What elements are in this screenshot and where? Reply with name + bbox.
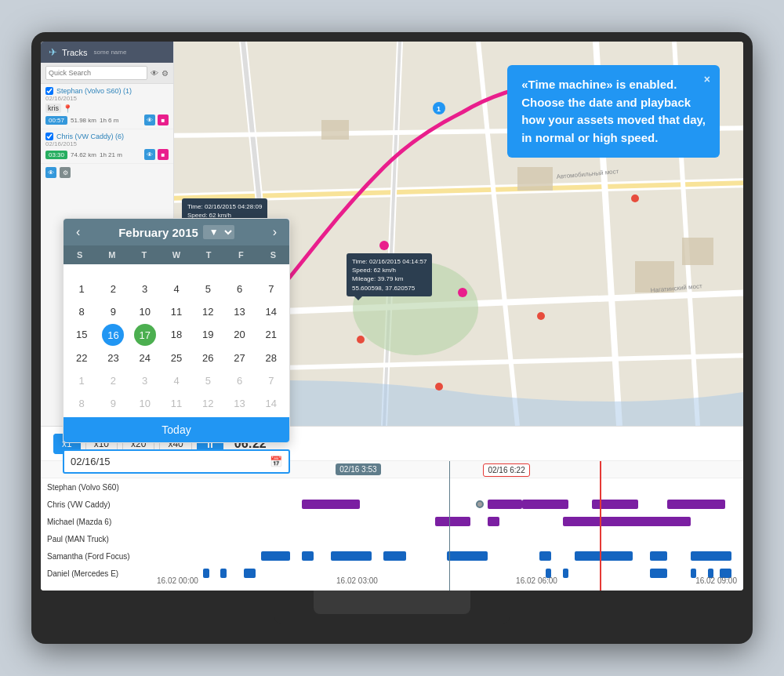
quick-search-input[interactable] (45, 66, 147, 80)
cal-day-om-2[interactable]: 2 (98, 370, 128, 391)
eye-icon[interactable]: 👁 (151, 69, 158, 78)
cal-day-19[interactable]: 19 (193, 324, 223, 346)
calendar-dropdown[interactable]: ▼ (203, 225, 234, 239)
cal-cell[interactable] (98, 267, 128, 277)
track-name-2: Chris (VW Caddy) (6) (56, 133, 124, 140)
red-vertical-line (600, 461, 601, 591)
eye-icon-2[interactable]: 👁 (144, 149, 155, 160)
cal-day-om-1[interactable]: 1 (67, 370, 96, 391)
cal-day-20[interactable]: 20 (224, 324, 254, 346)
cal-day-10[interactable]: 10 (130, 301, 160, 322)
cal-day-14[interactable]: 14 (256, 301, 286, 322)
calendar-header: ‹ February 2015 ▼ › (64, 219, 289, 245)
tracks-icon: ✈ (49, 46, 57, 58)
svg-rect-25 (321, 120, 349, 140)
today-button[interactable]: Today (64, 417, 289, 442)
cal-cell[interactable] (256, 267, 286, 277)
cal-day-1[interactable]: 1 (67, 278, 96, 300)
cal-day-6[interactable]: 6 (224, 278, 254, 300)
info-bubble: × «Time machine» is enabled.Choose the d… (507, 65, 720, 158)
calendar-days-header: S M T W T F S (64, 245, 289, 264)
cal-day-5[interactable]: 5 (193, 278, 223, 300)
svg-rect-26 (517, 167, 553, 191)
time-label-1: 16.02 03:00 (336, 576, 378, 585)
cal-day-21[interactable]: 21 (256, 324, 286, 346)
cal-day-28[interactable]: 28 (256, 347, 286, 369)
track-checkbox-1[interactable]: Stephan (Volvo S60) (1) (45, 87, 132, 95)
settings-icon-2[interactable]: ⚙ (60, 167, 71, 178)
cal-day-om-10[interactable]: 10 (130, 393, 160, 414)
cal-day-27[interactable]: 27 (224, 347, 254, 369)
cal-cell[interactable] (67, 267, 96, 277)
cal-day-om-12[interactable]: 12 (193, 393, 223, 414)
svg-text:1: 1 (437, 105, 441, 113)
track-bars-2 (157, 516, 737, 527)
color-icon-1[interactable]: ■ (158, 114, 169, 125)
next-month-button[interactable]: › (270, 225, 280, 239)
track-row-1: Chris (VW Caddy) (41, 496, 743, 513)
track-label-0: Stephan (Volvo S60) (47, 483, 157, 492)
cal-day-om-6[interactable]: 6 (224, 370, 254, 391)
cal-day-24[interactable]: 24 (130, 347, 160, 369)
grey-vertical-line (449, 461, 450, 591)
monitor: Автомобильный мост Нагатинский мост 1 Ti… (31, 32, 753, 644)
eye-icon-1[interactable]: 👁 (144, 114, 155, 125)
cal-day-23[interactable]: 23 (98, 347, 128, 369)
cal-cell[interactable] (224, 267, 254, 277)
cal-day-15[interactable]: 15 (67, 324, 96, 346)
track-checkbox-2[interactable]: Chris (VW Caddy) (6) (45, 133, 124, 140)
cal-day-om-9[interactable]: 9 (98, 393, 128, 414)
cal-day-18[interactable]: 18 (162, 324, 191, 346)
track-name-1: Stephan (Volvo S60) (1) (56, 87, 132, 95)
cal-day-2[interactable]: 2 (98, 278, 128, 300)
date-input[interactable] (71, 456, 270, 467)
cal-day-om-13[interactable]: 13 (224, 393, 254, 414)
cal-day-3[interactable]: 3 (130, 278, 160, 300)
track-bars-4 (157, 551, 737, 562)
cal-day-9[interactable]: 9 (98, 301, 128, 322)
cal-day-om-14[interactable]: 14 (256, 393, 286, 414)
close-button[interactable]: × (704, 71, 710, 88)
color-icon-2[interactable]: ■ (158, 149, 169, 160)
track-bars-3 (157, 533, 737, 544)
cal-day-16[interactable]: 16 (102, 324, 124, 346)
cal-day-13[interactable]: 13 (224, 301, 254, 322)
track-stats-2: 03:30 74.62 km 1h 21 m 👁 ■ (45, 149, 169, 160)
cal-day-26[interactable]: 26 (193, 347, 223, 369)
calendar-icon[interactable]: 📅 (270, 456, 282, 467)
svg-rect-24 (682, 238, 713, 265)
eye-icon-3[interactable]: 👁 (45, 167, 56, 178)
cal-cell[interactable] (130, 267, 160, 277)
settings-icon[interactable]: ⚙ (162, 69, 169, 78)
cal-day-17[interactable]: 17 (134, 324, 156, 346)
cal-day-8[interactable]: 8 (67, 301, 96, 322)
cal-day-4[interactable]: 4 (162, 278, 191, 300)
track-label-4: Samantha (Ford Focus) (47, 552, 157, 561)
track-tag: kris (45, 104, 61, 113)
cal-day-om-8[interactable]: 8 (67, 393, 96, 414)
panel-subtitle: some name (94, 49, 127, 56)
cal-day-12[interactable]: 12 (193, 301, 223, 322)
map-tooltip-2: Time: 02/16/2015 04:14:57 Speed: 62 km/h… (347, 253, 432, 296)
cal-day-om-5[interactable]: 5 (193, 370, 223, 391)
cal-day-25[interactable]: 25 (162, 347, 191, 369)
cal-day-7[interactable]: 7 (256, 278, 286, 300)
svg-point-16 (458, 288, 467, 297)
prev-month-button[interactable]: ‹ (73, 225, 83, 239)
cal-day-om-11[interactable]: 11 (162, 393, 191, 414)
cal-day-om-3[interactable]: 3 (130, 370, 160, 391)
cal-day-om-7[interactable]: 7 (256, 370, 286, 391)
monitor-base (274, 614, 510, 623)
cal-cell[interactable] (193, 267, 223, 277)
track-row-0: Stephan (Volvo S60) (41, 478, 743, 496)
quick-search-container: 👁 ⚙ (41, 63, 173, 84)
monitor-stand (314, 591, 470, 614)
svg-point-15 (379, 241, 389, 250)
track-bars-0 (157, 482, 737, 492)
cal-day-11[interactable]: 11 (162, 301, 191, 322)
cal-cell[interactable] (162, 267, 191, 277)
cal-day-22[interactable]: 22 (67, 347, 96, 369)
svg-point-18 (435, 383, 443, 391)
cal-day-om-4[interactable]: 4 (162, 370, 191, 391)
track-label-2: Michael (Mazda 6) (47, 518, 157, 526)
